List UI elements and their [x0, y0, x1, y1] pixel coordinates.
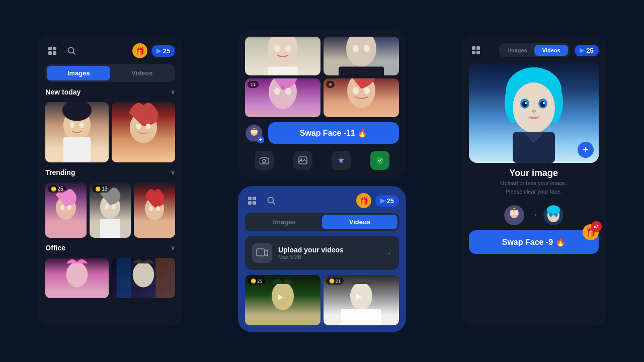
new-today-img-1[interactable] [45, 102, 109, 162]
swap-face-button-right[interactable]: Swap Face -9 🔥 [469, 230, 599, 254]
chevron-office[interactable]: ∨ [171, 244, 175, 251]
arrow-icon-bottom: ▶ [380, 197, 385, 204]
tab-images-left[interactable]: Images [47, 66, 110, 80]
new-today-img-2[interactable] [112, 102, 175, 162]
upload-arrow-icon: → [383, 248, 392, 258]
mid-img-1[interactable] [245, 37, 320, 75]
tab-videos-left[interactable]: Videos [110, 66, 174, 80]
video-thumb-2[interactable]: 🪙21 [324, 275, 399, 325]
bottom-toolbar [245, 149, 399, 172]
svg-line-67 [273, 203, 275, 205]
svg-rect-68 [257, 249, 265, 256]
svg-rect-24 [100, 219, 120, 238]
camera-icon[interactable] [255, 151, 274, 170]
mid-bottom-header: 🎁 ▶ 25 [245, 193, 399, 208]
svg-point-66 [268, 198, 273, 203]
right-phone: Images Videos ▶ 25 [461, 35, 607, 327]
video-thumb-1[interactable]: 🪙25 [245, 275, 320, 325]
left-header-right: 🎁 ▶ 25 [132, 43, 175, 58]
chevron-new-today[interactable]: ∨ [171, 88, 175, 96]
svg-point-101 [549, 213, 552, 217]
svg-point-58 [254, 130, 257, 133]
upload-box[interactable]: Upload your videos Max 5MB → [245, 236, 399, 270]
avatar-add-icon: + [257, 136, 264, 143]
svg-rect-45 [339, 67, 384, 76]
grid-icon-bottom[interactable] [245, 194, 259, 208]
svg-point-43 [353, 45, 359, 52]
svg-rect-76 [472, 46, 475, 50]
photo-icon[interactable] [293, 151, 312, 170]
mid-section: 11 9 [238, 30, 406, 332]
trending-img-1[interactable]: 🪙 25 [45, 183, 87, 238]
svg-point-73 [350, 282, 372, 310]
mid-img-3[interactable]: 11 [245, 78, 320, 117]
svg-point-84 [513, 82, 555, 133]
svg-rect-65 [253, 201, 256, 205]
section-new-today: New today ∨ [45, 88, 175, 96]
gift-badge-container: 🎁 x2 [583, 224, 599, 240]
svg-rect-62 [248, 197, 252, 200]
mid-bottom-phone: 🎁 ▶ 25 Images Videos Upload your videos [238, 186, 406, 332]
search-icon-bottom[interactable] [264, 194, 278, 208]
office-img-1[interactable] [45, 258, 109, 298]
right-phone-header: Images Videos ▶ 25 [469, 43, 599, 57]
svg-point-49 [285, 88, 291, 95]
svg-point-27 [149, 206, 153, 211]
svg-point-4 [68, 48, 74, 53]
target-avatar [543, 205, 564, 225]
svg-rect-11 [63, 137, 91, 162]
swap-row: + Swap Face -11 🔥 [245, 122, 399, 144]
shield-icon[interactable] [370, 151, 389, 170]
tab-images-right[interactable]: Images [501, 45, 534, 56]
plus-button[interactable]: + [578, 142, 594, 158]
svg-point-28 [156, 206, 160, 211]
svg-point-87 [522, 101, 527, 107]
office-img-2[interactable] [112, 258, 175, 298]
section-office: Office ∨ [45, 244, 175, 252]
grid-icon-right[interactable] [469, 43, 483, 57]
svg-point-54 [364, 87, 370, 95]
svg-point-30 [66, 262, 88, 287]
tab-videos-bottom[interactable]: Videos [322, 215, 397, 229]
your-image-title: Your image [469, 168, 599, 178]
coin-badge[interactable]: 🎁 [132, 43, 147, 58]
chevron-trending[interactable]: ∨ [171, 169, 175, 176]
coin-badge-bottom[interactable]: 🎁 [356, 193, 371, 208]
section-trending: Trending ∨ [45, 168, 175, 176]
face-shape-2 [112, 102, 175, 162]
svg-line-5 [73, 53, 75, 55]
svg-point-59 [263, 160, 266, 163]
tab-videos-right[interactable]: Videos [534, 45, 568, 56]
mid-num-badge-9: 9 [326, 81, 335, 88]
svg-rect-75 [341, 309, 381, 325]
left-tab-row: Images Videos [45, 64, 175, 82]
mid-img-4[interactable]: 9 [324, 78, 399, 117]
left-phone: 🎁 ▶ 25 Images Videos New today ∨ [37, 35, 183, 327]
svg-point-22 [105, 204, 109, 209]
mid-top-phone: 11 9 [238, 30, 406, 179]
mid-img-2[interactable] [324, 37, 399, 75]
trending-img-2[interactable]: 🪙 13 [90, 183, 131, 238]
svg-rect-79 [476, 51, 480, 54]
svg-point-57 [251, 130, 254, 133]
right-tab-section: Images Videos ▶ 25 [499, 43, 598, 57]
avatar-container: + [245, 124, 263, 142]
upload-sub: Max 5MB [278, 254, 377, 260]
video-preview-grid: 🪙25 🪙21 [245, 275, 399, 325]
mid-num-badge-11: 11 [248, 81, 259, 88]
swap-face-button-mid[interactable]: Swap Face -11 🔥 [268, 122, 399, 144]
svg-point-10 [79, 122, 85, 128]
svg-rect-63 [253, 197, 256, 200]
num-badge-13: 🪙 13 [92, 185, 110, 193]
trending-grid: 🪙 25 🪙 13 [45, 183, 175, 238]
svg-rect-1 [53, 47, 56, 50]
grid-icon[interactable] [45, 44, 59, 58]
svg-rect-77 [476, 46, 480, 50]
svg-point-50 [281, 86, 284, 89]
tab-images-bottom[interactable]: Images [247, 215, 322, 229]
trending-img-3[interactable] [134, 183, 175, 238]
search-icon[interactable] [64, 44, 78, 58]
sparkle-icon[interactable] [332, 151, 351, 170]
svg-point-91 [532, 110, 536, 113]
svg-point-32 [133, 262, 154, 287]
